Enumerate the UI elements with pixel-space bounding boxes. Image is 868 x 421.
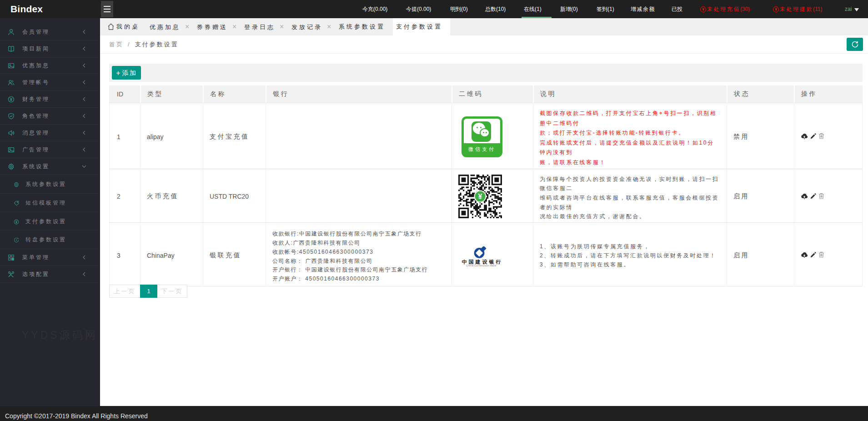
- svg-text:¥: ¥: [478, 193, 482, 200]
